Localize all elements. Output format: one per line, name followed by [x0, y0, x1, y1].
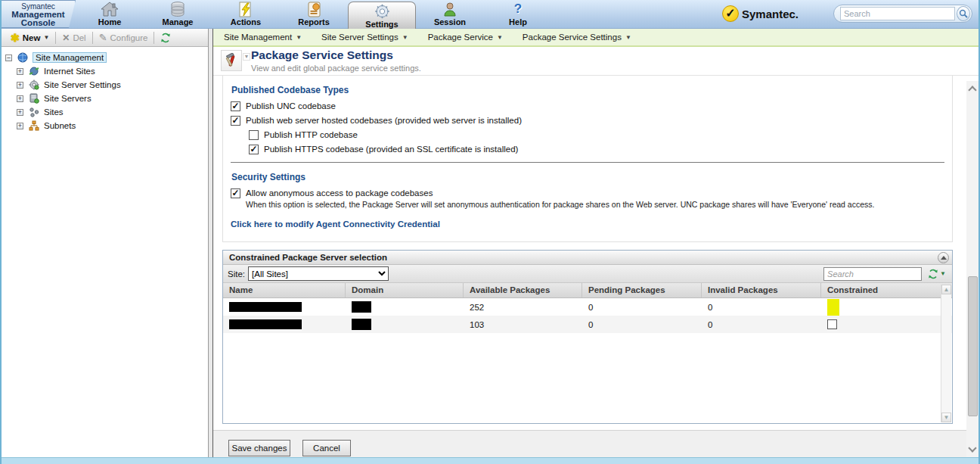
new-button-label: New [23, 33, 41, 42]
expand-node-icon[interactable]: + [17, 95, 23, 102]
chevron-down-icon: ▼ [402, 34, 408, 41]
chevron-down-icon: ▼ [497, 34, 503, 41]
tab-session[interactable]: Session [416, 0, 484, 29]
search-icon[interactable] [957, 6, 970, 21]
internet-sites-icon [28, 65, 40, 77]
top-tab-bar: Symantec Management Console Home Manage [2, 0, 980, 29]
table-scrollbar[interactable]: ▲ ▼ [941, 285, 951, 422]
redacted-name [229, 302, 302, 312]
tree-item-site-servers[interactable]: + Site Servers [2, 92, 208, 105]
constrained-checkbox[interactable] [827, 319, 837, 329]
new-button[interactable]: ✱ New ▼ [6, 32, 54, 44]
expand-node-icon[interactable]: + [17, 109, 23, 116]
tab-actions[interactable]: Actions [212, 0, 280, 29]
site-filter-select[interactable]: [All Sites] [248, 266, 389, 281]
tab-reports[interactable]: Reports [280, 0, 348, 29]
symantec-brand-name: Symantec. [742, 8, 799, 20]
tab-help[interactable]: ? Help [484, 0, 552, 29]
pane-divider[interactable] [208, 29, 213, 457]
tree-item-subnets[interactable]: + Subnets [2, 119, 208, 132]
anonymous-access-checkbox[interactable] [231, 188, 240, 198]
gear-icon [28, 79, 40, 91]
cancel-button[interactable]: Cancel [302, 440, 351, 456]
expand-node-icon[interactable]: + [17, 68, 23, 75]
window-bottom-edge [2, 457, 980, 464]
collapse-node-icon[interactable]: − [5, 54, 12, 61]
publish-unc-checkbox[interactable] [231, 101, 240, 111]
tab-home[interactable]: Home [76, 0, 144, 29]
configure-button[interactable]: ✎ Configure [95, 32, 153, 43]
scroll-up-icon[interactable] [968, 86, 976, 94]
refresh-tree-button[interactable] [156, 33, 175, 43]
column-header-invalid[interactable]: Invalid Packages [702, 283, 821, 297]
site-filter-label: Site: [228, 269, 245, 279]
tree-item-site-server-settings[interactable]: + Site Server Settings [2, 78, 208, 92]
content-scrollbar[interactable] [966, 81, 979, 457]
session-icon [443, 1, 457, 17]
option-label: Allow anonymous access to package codeba… [246, 188, 433, 198]
refresh-table-button[interactable]: ▼ [928, 269, 946, 279]
option-publish-unc: Publish UNC codebase [231, 101, 944, 111]
expand-node-icon[interactable]: + [17, 123, 23, 129]
menu-package-service[interactable]: Package Service ▼ [428, 33, 503, 42]
chevron-down-icon: ▼ [940, 270, 946, 277]
option-publish-http: Publish HTTP codebase [249, 130, 944, 140]
cell-pending: 0 [582, 298, 702, 316]
global-search [833, 5, 972, 23]
tab-manage[interactable]: Manage [144, 0, 212, 29]
agent-credential-link[interactable]: Click here to modify Agent Connectivity … [231, 220, 944, 229]
publish-web-checkbox[interactable] [231, 116, 240, 126]
page-icon-dropdown[interactable]: ▼ [243, 53, 250, 61]
scroll-down-icon[interactable] [968, 444, 976, 452]
tree-item-sites[interactable]: + Sites [2, 105, 208, 119]
cell-invalid: 0 [702, 298, 821, 316]
collapse-panel-button[interactable] [938, 252, 949, 263]
publish-http-checkbox[interactable] [249, 130, 259, 140]
cell-domain [346, 298, 464, 316]
option-label: Publish UNC codebase [246, 101, 336, 111]
column-header-available[interactable]: Available Packages [464, 283, 582, 297]
cell-domain [346, 316, 464, 333]
scroll-down-icon[interactable]: ▼ [941, 413, 951, 422]
tab-actions-label: Actions [231, 17, 261, 26]
column-header-name[interactable]: Name [223, 283, 346, 297]
redacted-domain [352, 319, 371, 330]
tree-item-site-management[interactable]: − Site Management [2, 51, 208, 64]
table-row[interactable]: 103 0 0 [223, 316, 952, 333]
panel-search-input[interactable] [823, 267, 922, 281]
menu-label: Package Service Settings [523, 33, 622, 42]
tree-item-label: Subnets [44, 121, 76, 130]
scrollbar-thumb[interactable] [968, 276, 978, 416]
delete-button[interactable]: ✕ Del [57, 33, 90, 43]
tab-home-label: Home [98, 17, 122, 26]
column-header-pending[interactable]: Pending Packages [582, 283, 702, 297]
tree-item-label: Site Server Settings [44, 80, 121, 89]
expand-node-icon[interactable]: + [17, 82, 23, 89]
tree-item-label: Sites [44, 107, 64, 117]
option-label: Publish web server hosted codebases (pro… [246, 116, 522, 125]
tab-settings[interactable]: Settings [348, 2, 416, 29]
chevron-down-icon: ▼ [296, 34, 302, 41]
symantec-brand: ✓ Symantec. [722, 5, 799, 22]
tab-settings-label: Settings [365, 20, 398, 29]
column-header-constrained[interactable]: Constrained [821, 283, 940, 297]
page-subtitle: View and edit global package service set… [251, 64, 421, 73]
panel-filter-row: Site: [All Sites] ▼ [223, 265, 952, 283]
publish-https-checkbox[interactable] [249, 145, 259, 154]
main-content: ▼ Package Service Settings View and edit… [213, 47, 980, 457]
constrained-checkbox-highlighted[interactable] [827, 299, 839, 316]
table-row[interactable]: 252 0 0 [223, 298, 952, 316]
tree-item-label: Internet Sites [44, 67, 95, 76]
menu-site-management[interactable]: Site Management ▼ [224, 33, 302, 42]
column-header-domain[interactable]: Domain [346, 283, 464, 297]
tab-session-label: Session [434, 17, 466, 26]
menu-package-service-settings[interactable]: Package Service Settings ▼ [523, 33, 631, 42]
navigation-tree: − Site Management + Internet Sites + Sit… [2, 47, 208, 457]
globe-icon [17, 51, 29, 64]
tree-item-internet-sites[interactable]: + Internet Sites [2, 64, 208, 78]
global-search-input[interactable] [840, 7, 955, 20]
subnets-icon [28, 120, 40, 132]
save-changes-button[interactable]: Save changes [228, 440, 290, 456]
menu-site-server-settings[interactable]: Site Server Settings ▼ [321, 33, 408, 42]
scroll-up-icon[interactable]: ▲ [941, 285, 951, 294]
